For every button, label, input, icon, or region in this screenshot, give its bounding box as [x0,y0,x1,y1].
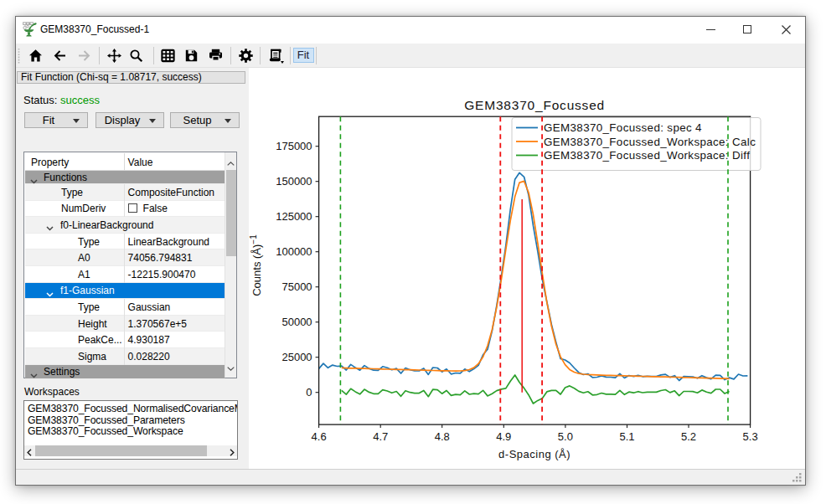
svg-text:4.6: 4.6 [312,430,327,443]
svg-text:4.8: 4.8 [435,430,450,443]
svg-text:100000: 100000 [276,245,312,258]
svg-text:4.9: 4.9 [496,430,511,443]
svg-text:25000: 25000 [281,351,312,363]
svg-text:5.1: 5.1 [619,430,634,443]
svg-text:GEM38370_Focussed: spec 4: GEM38370_Focussed: spec 4 [544,121,702,134]
svg-text:GEM38370_Focussed: GEM38370_Focussed [464,98,605,112]
svg-text:175000: 175000 [276,140,312,152]
svg-text:125000: 125000 [276,210,312,223]
svg-text:GEM38370_Focussed_Workspace: D: GEM38370_Focussed_Workspace: Diff [544,149,750,162]
svg-text:50000: 50000 [281,316,312,328]
svg-text:4.7: 4.7 [373,430,388,443]
svg-text:GEM38370_Focussed_Workspace: C: GEM38370_Focussed_Workspace: Calc [544,136,756,148]
svg-text:5.3: 5.3 [743,430,758,443]
svg-text:d-Spacing (Å): d-Spacing (Å) [498,448,570,460]
svg-text:5.0: 5.0 [558,430,573,443]
svg-text:75000: 75000 [281,280,312,293]
svg-text:0: 0 [306,386,312,399]
svg-text:5.2: 5.2 [681,430,696,443]
svg-text:150000: 150000 [276,175,312,188]
